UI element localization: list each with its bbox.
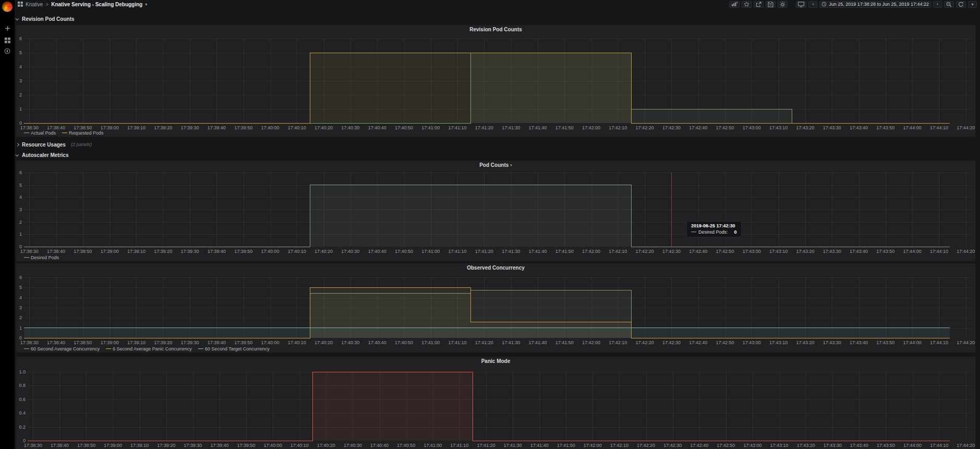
svg-text:17:39:50: 17:39:50: [234, 125, 252, 130]
row-resource-usages[interactable]: Resource Usages (2 panels): [16, 140, 92, 149]
add-panel-button[interactable]: [729, 1, 740, 8]
svg-text:17:43:30: 17:43:30: [823, 249, 841, 254]
time-shift-back-button[interactable]: ‹: [808, 1, 817, 8]
dashboards-icon[interactable]: [0, 35, 15, 45]
svg-text:6: 6: [19, 36, 22, 41]
svg-text:17:39:50: 17:39:50: [234, 340, 252, 345]
star-button[interactable]: [742, 1, 752, 8]
panel-menu-caret-icon[interactable]: ▾: [510, 163, 512, 167]
chart-plot[interactable]: 012345617:38:3017:38:4017:38:5017:39:001…: [16, 272, 975, 348]
row-revision-pod-counts[interactable]: Revision Pod Counts: [16, 15, 75, 23]
legend-label: 60 Second Target Concurrency: [205, 346, 270, 351]
chart-legend: —Actual Pods—Requested Pods: [24, 130, 104, 136]
svg-text:17:39:10: 17:39:10: [127, 340, 146, 345]
svg-text:17:41:30: 17:41:30: [502, 340, 520, 345]
legend-item[interactable]: —Desired Pods: [24, 255, 59, 260]
row-panel-count: (2 panels): [71, 142, 92, 147]
svg-text:17:38:30: 17:38:30: [20, 249, 39, 254]
svg-text:1: 1: [19, 232, 22, 237]
breadcrumb-folder[interactable]: Knative: [26, 2, 43, 7]
svg-text:17:40:10: 17:40:10: [288, 340, 306, 345]
chart-plot[interactable]: 012345617:38:3017:38:4017:38:5017:39:001…: [16, 169, 975, 257]
refresh-button[interactable]: [956, 1, 966, 8]
top-navbar: Knative > Knative Serving - Scaling Debu…: [15, 0, 980, 8]
svg-text:17:40:50: 17:40:50: [397, 443, 415, 448]
chart-plot[interactable]: 012345617:38:3017:38:4017:38:5017:39:001…: [16, 33, 975, 134]
panel-title[interactable]: Observed Concurrency: [16, 263, 975, 272]
svg-text:17:43:00: 17:43:00: [743, 125, 761, 130]
svg-text:17:42:30: 17:42:30: [662, 125, 681, 130]
chart-plot[interactable]: 00.20.40.60.81.017:38:3017:38:4017:38:50…: [16, 365, 975, 449]
svg-text:1.0: 1.0: [19, 369, 26, 374]
svg-text:17:42:00: 17:42:00: [582, 125, 600, 130]
time-range-picker[interactable]: Jun 25, 2019 17:38:28 to Jun 25, 2019 17…: [819, 1, 931, 8]
dashboard-title[interactable]: Knative Serving - Scaling Debugging: [51, 2, 142, 7]
svg-text:17:40:40: 17:40:40: [368, 249, 386, 254]
legend-label: 60 Second Average Concurrency: [31, 346, 100, 351]
svg-text:17:42:40: 17:42:40: [689, 125, 707, 130]
time-shift-forward-button[interactable]: ›: [933, 1, 942, 8]
svg-text:17:40:40: 17:40:40: [368, 340, 386, 345]
tv-mode-button[interactable]: [796, 1, 806, 8]
svg-text:17:43:30: 17:43:30: [823, 125, 841, 130]
svg-text:17:43:50: 17:43:50: [876, 125, 894, 130]
legend-item[interactable]: —60 Second Target Concurrency: [198, 346, 270, 351]
svg-text:17:38:40: 17:38:40: [51, 443, 69, 448]
svg-text:17:39:10: 17:39:10: [127, 249, 146, 254]
svg-text:17:42:30: 17:42:30: [662, 249, 681, 254]
svg-text:17:43:20: 17:43:20: [796, 249, 814, 254]
legend-item[interactable]: —6 Second Average Panic Concurrency: [106, 346, 192, 351]
svg-text:4: 4: [19, 295, 22, 300]
svg-text:17:39:40: 17:39:40: [208, 340, 226, 345]
chevron-down-icon: [15, 153, 19, 156]
svg-text:17:40:20: 17:40:20: [317, 443, 335, 448]
svg-text:17:39:20: 17:39:20: [154, 125, 172, 130]
svg-text:17:41:40: 17:41:40: [528, 249, 547, 254]
create-plus-icon[interactable]: [0, 23, 15, 33]
svg-text:17:39:30: 17:39:30: [181, 249, 199, 254]
svg-text:4: 4: [19, 64, 22, 69]
svg-text:17:40:40: 17:40:40: [368, 125, 386, 130]
svg-text:3: 3: [19, 305, 22, 310]
svg-text:17:41:10: 17:41:10: [450, 443, 468, 448]
refresh-interval-caret[interactable]: ▾: [968, 1, 977, 8]
svg-text:17:39:10: 17:39:10: [127, 125, 146, 130]
svg-text:17:43:20: 17:43:20: [797, 443, 815, 448]
zoom-out-button[interactable]: [944, 1, 954, 8]
svg-text:17:39:00: 17:39:00: [101, 340, 119, 345]
svg-text:4: 4: [19, 195, 22, 200]
panel-title[interactable]: Pod Counts▾: [16, 161, 975, 169]
save-button[interactable]: [766, 1, 776, 8]
svg-text:17:43:40: 17:43:40: [850, 443, 868, 448]
svg-text:17:38:40: 17:38:40: [47, 249, 65, 254]
svg-text:1: 1: [19, 325, 22, 331]
panel-title[interactable]: Panic Mode: [16, 357, 975, 365]
svg-text:17:41:50: 17:41:50: [555, 249, 574, 254]
explore-icon[interactable]: [0, 46, 15, 56]
legend-item[interactable]: —Requested Pods: [62, 130, 104, 136]
svg-text:17:42:20: 17:42:20: [636, 249, 654, 254]
svg-text:17:40:50: 17:40:50: [395, 249, 413, 254]
settings-button[interactable]: [778, 1, 788, 8]
clock-icon: [821, 2, 827, 7]
breadcrumb: Knative > Knative Serving - Scaling Debu…: [18, 2, 147, 7]
svg-text:17:43:20: 17:43:20: [796, 340, 814, 345]
svg-text:17:40:10: 17:40:10: [288, 249, 306, 254]
svg-text:17:42:10: 17:42:10: [610, 443, 628, 448]
svg-text:17:42:10: 17:42:10: [609, 125, 627, 130]
legend-item[interactable]: —60 Second Average Concurrency: [24, 346, 100, 351]
series-dash-icon: —: [106, 347, 111, 351]
svg-text:17:43:00: 17:43:00: [743, 443, 761, 448]
graph-tooltip: 2019-06-25 17:42:30 — Desired Pods: 0: [686, 221, 742, 237]
svg-text:17:44:10: 17:44:10: [930, 249, 948, 254]
grafana-logo-icon[interactable]: [2, 2, 13, 12]
svg-text:17:41:20: 17:41:20: [475, 340, 493, 345]
svg-text:17:39:00: 17:39:00: [104, 443, 122, 448]
panel-title[interactable]: Revision Pod Counts: [16, 25, 975, 33]
svg-text:17:43:20: 17:43:20: [796, 125, 814, 130]
svg-text:17:40:20: 17:40:20: [314, 340, 333, 345]
row-autoscaler-metrics[interactable]: Autoscaler Metrics: [16, 151, 68, 159]
dashboard-title-caret-icon[interactable]: ▾: [145, 2, 147, 7]
legend-item[interactable]: —Actual Pods: [24, 130, 56, 136]
share-button[interactable]: [754, 1, 764, 8]
